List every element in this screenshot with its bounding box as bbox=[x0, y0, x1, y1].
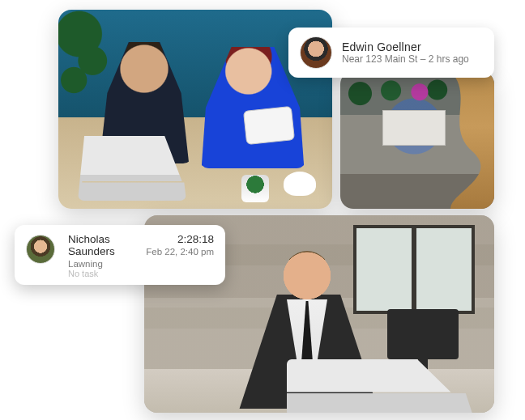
task-date: Feb 22, 2:40 pm bbox=[146, 247, 214, 257]
user-name: Nicholas Saunders bbox=[68, 233, 138, 257]
tablet-illustration bbox=[243, 106, 295, 145]
house-illustration bbox=[382, 110, 446, 146]
task-duration: 2:28:18 bbox=[146, 233, 214, 245]
no-task-label: No task bbox=[68, 269, 138, 278]
avatar bbox=[300, 36, 332, 69]
user-name: Edwin Goellner bbox=[342, 40, 469, 53]
user-location-card[interactable]: Edwin Goellner Near 123 Main St – 2 hrs … bbox=[288, 28, 494, 78]
user-location-text: Near 123 Main St – 2 hrs ago bbox=[342, 53, 469, 65]
task-card[interactable]: Nicholas Saunders Lawning No task 2:28:1… bbox=[15, 225, 225, 285]
plant-decoration bbox=[58, 10, 110, 131]
cup-illustration bbox=[284, 172, 316, 196]
task-name: Lawning bbox=[68, 259, 138, 269]
photo-map bbox=[340, 71, 494, 209]
monitor-illustration bbox=[387, 309, 459, 359]
plant-decoration bbox=[241, 175, 269, 202]
avatar bbox=[26, 235, 55, 264]
